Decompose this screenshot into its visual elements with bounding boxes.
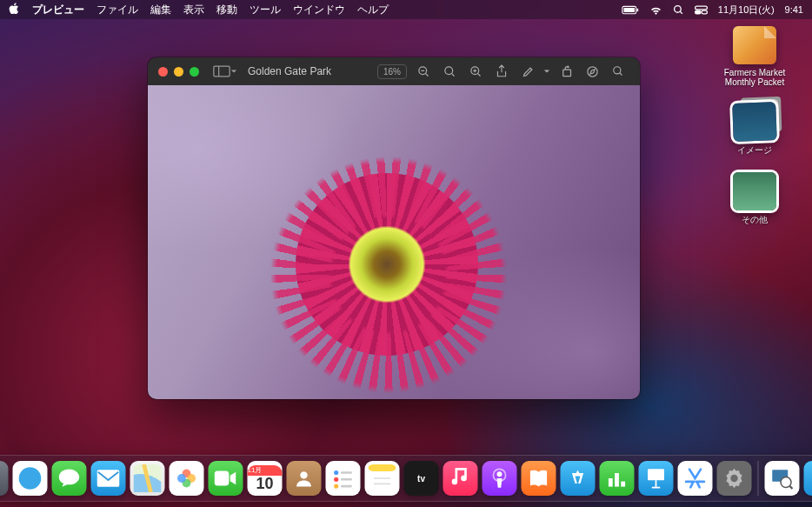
dock-safari[interactable] bbox=[13, 461, 48, 496]
svg-point-67 bbox=[781, 477, 791, 488]
window-close-button[interactable] bbox=[158, 67, 168, 77]
search-button[interactable] bbox=[607, 62, 629, 81]
menu-view[interactable]: 表示 bbox=[183, 3, 204, 17]
svg-rect-2 bbox=[636, 8, 638, 10]
rotate-button[interactable] bbox=[555, 62, 577, 81]
flower-photo bbox=[148, 85, 640, 399]
svg-rect-38 bbox=[97, 470, 120, 487]
dock-photos[interactable] bbox=[170, 461, 204, 496]
svg-point-21 bbox=[614, 67, 621, 74]
menubar-time[interactable]: 9:41 bbox=[785, 4, 803, 15]
traffic-lights bbox=[158, 67, 199, 77]
dock-mail[interactable] bbox=[91, 461, 126, 496]
window-titlebar[interactable]: Golden Gate Park 16% bbox=[148, 57, 640, 85]
desktop-file-label: Farmers Market Monthly Packet bbox=[711, 68, 798, 87]
control-center-icon[interactable] bbox=[695, 5, 708, 15]
dock-music[interactable] bbox=[443, 461, 478, 496]
desktop-icons-area: Farmers Market Monthly Packet イメージ その他 bbox=[711, 26, 798, 226]
svg-point-3 bbox=[674, 5, 681, 12]
svg-rect-7 bbox=[702, 10, 707, 14]
zoom-actual-button[interactable] bbox=[438, 62, 461, 81]
markup-button[interactable] bbox=[581, 62, 603, 81]
desktop-file-farmers-market[interactable]: Farmers Market Monthly Packet bbox=[711, 26, 798, 87]
image-stack-icon bbox=[732, 102, 777, 142]
svg-point-50 bbox=[334, 484, 338, 489]
dock-messages[interactable] bbox=[52, 461, 87, 496]
svg-rect-47 bbox=[341, 471, 352, 474]
svg-point-46 bbox=[334, 470, 338, 475]
folder-stack-icon bbox=[733, 172, 776, 210]
dock-reminders[interactable] bbox=[326, 461, 361, 496]
desktop-stack-images[interactable]: イメージ bbox=[711, 103, 798, 157]
zoom-level-readout[interactable]: 16% bbox=[377, 64, 407, 79]
menu-window[interactable]: ウインドウ bbox=[293, 3, 345, 17]
dock-preview-app[interactable] bbox=[765, 461, 800, 496]
svg-rect-49 bbox=[341, 478, 352, 481]
dock-calendar[interactable]: 11月10 bbox=[248, 461, 283, 496]
highlight-button[interactable] bbox=[516, 62, 539, 81]
svg-rect-5 bbox=[695, 6, 707, 10]
desktop-file-label: その他 bbox=[711, 214, 798, 226]
svg-line-22 bbox=[620, 73, 622, 76]
svg-rect-51 bbox=[341, 485, 352, 488]
battery-icon[interactable] bbox=[622, 5, 639, 15]
preview-window[interactable]: Golden Gate Park 16% bbox=[148, 57, 640, 399]
window-zoom-button[interactable] bbox=[190, 67, 199, 77]
dock-system-preferences[interactable] bbox=[717, 461, 752, 496]
dock-maps[interactable] bbox=[130, 461, 165, 496]
share-button[interactable] bbox=[490, 62, 513, 81]
menu-edit[interactable]: 編集 bbox=[150, 3, 171, 17]
zoom-in-button[interactable] bbox=[464, 62, 487, 81]
wifi-icon[interactable] bbox=[649, 5, 662, 15]
window-minimize-button[interactable] bbox=[174, 67, 183, 77]
menu-go[interactable]: 移動 bbox=[216, 3, 237, 17]
menu-file[interactable]: ファイル bbox=[97, 3, 138, 17]
zoom-out-button[interactable] bbox=[412, 62, 435, 81]
window-title: Golden Gate Park bbox=[248, 65, 331, 77]
svg-point-64 bbox=[730, 475, 737, 482]
dock-podcasts[interactable] bbox=[483, 461, 517, 496]
dock-launchpad[interactable] bbox=[0, 461, 9, 496]
dock-numbers[interactable] bbox=[600, 461, 635, 496]
document-icon bbox=[733, 26, 776, 64]
svg-line-11 bbox=[425, 73, 428, 76]
svg-rect-59 bbox=[615, 473, 619, 487]
svg-rect-53 bbox=[369, 464, 396, 471]
desktop-file-label: イメージ bbox=[711, 144, 798, 157]
menubar-date[interactable]: 11月10日(火) bbox=[718, 3, 775, 17]
dock-app-icon[interactable] bbox=[678, 461, 713, 496]
svg-point-20 bbox=[587, 66, 596, 76]
svg-point-48 bbox=[334, 477, 338, 482]
dock-downloads[interactable] bbox=[804, 461, 813, 496]
svg-rect-1 bbox=[623, 8, 635, 12]
sidebar-toggle-button[interactable] bbox=[213, 65, 237, 77]
desktop-stack-other[interactable]: その他 bbox=[711, 172, 798, 226]
svg-line-16 bbox=[477, 73, 480, 76]
svg-point-45 bbox=[300, 471, 307, 478]
dock-keynote[interactable] bbox=[639, 461, 674, 496]
svg-rect-44 bbox=[215, 471, 230, 486]
dock-separator bbox=[758, 461, 759, 496]
svg-point-43 bbox=[177, 474, 186, 483]
menu-app-name[interactable]: プレビュー bbox=[32, 3, 84, 17]
dock-notes[interactable] bbox=[365, 461, 400, 496]
svg-rect-61 bbox=[648, 469, 664, 480]
menu-bar: プレビュー ファイル 編集 表示 移動 ツール ウインドウ ヘルプ 11月10日… bbox=[0, 0, 812, 19]
highlight-menu-chevron-icon[interactable] bbox=[542, 62, 551, 81]
svg-line-14 bbox=[451, 73, 454, 76]
dock-app-store[interactable] bbox=[561, 461, 596, 496]
menu-tools[interactable]: ツール bbox=[250, 3, 281, 17]
image-viewport[interactable] bbox=[148, 85, 640, 399]
dock: 11月10 tv bbox=[0, 455, 812, 502]
dock-books[interactable] bbox=[522, 461, 556, 496]
svg-rect-60 bbox=[621, 482, 625, 487]
spotlight-icon[interactable] bbox=[673, 4, 684, 16]
menu-help[interactable]: ヘルプ bbox=[357, 3, 389, 17]
dock-contacts[interactable] bbox=[287, 461, 322, 496]
svg-point-13 bbox=[444, 66, 452, 74]
dock-facetime[interactable] bbox=[209, 461, 243, 496]
svg-point-56 bbox=[497, 471, 503, 477]
dock-tv[interactable]: tv bbox=[404, 461, 439, 496]
svg-rect-19 bbox=[562, 70, 570, 77]
apple-menu[interactable] bbox=[9, 3, 20, 17]
